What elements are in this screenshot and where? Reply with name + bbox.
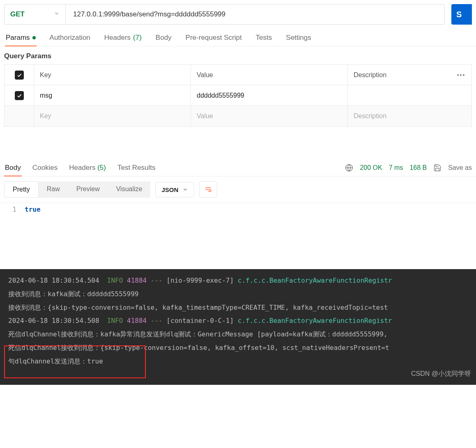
line-number: 1 bbox=[0, 203, 25, 216]
response-content: true bbox=[25, 203, 41, 216]
log-line: 死信dlqChannel接收到消息：{skip-type-conversion=… bbox=[8, 341, 468, 355]
rtab-test-results[interactable]: Test Results bbox=[117, 160, 156, 176]
method-label: GET bbox=[10, 10, 25, 18]
param-value[interactable]: dddddd5555999 bbox=[191, 85, 348, 105]
log-line: 句dlqChannel发送消息：true bbox=[8, 355, 468, 368]
tab-params[interactable]: Params bbox=[5, 31, 37, 46]
view-bar: Pretty Raw Preview Visualize JSON bbox=[0, 176, 476, 198]
param-desc-placeholder[interactable]: Description bbox=[348, 106, 451, 126]
more-icon[interactable]: ••• bbox=[451, 65, 471, 85]
tab-headers[interactable]: Headers (7) bbox=[103, 31, 143, 46]
header-check-cell bbox=[5, 65, 34, 85]
wrap-icon bbox=[204, 186, 213, 193]
row-check-cell bbox=[5, 106, 34, 126]
view-tabs: Pretty Raw Preview Visualize bbox=[4, 181, 150, 198]
param-desc[interactable] bbox=[348, 85, 451, 105]
query-params-label: Query Params bbox=[0, 46, 476, 64]
tab-body[interactable]: Body bbox=[155, 31, 172, 46]
tab-authorization[interactable]: Authorization bbox=[49, 31, 91, 46]
vtab-preview[interactable]: Preview bbox=[68, 181, 108, 198]
header-key: Key bbox=[34, 65, 191, 85]
response-body: 1 true bbox=[0, 203, 476, 216]
row-actions bbox=[451, 106, 471, 126]
url-input[interactable] bbox=[66, 4, 445, 25]
rtab-cookies[interactable]: Cookies bbox=[32, 160, 58, 176]
log-line: 2024-06-18 18:30:54.504 INFO 41884 --- [… bbox=[8, 274, 468, 288]
header-desc: Description bbox=[348, 65, 451, 85]
vtab-pretty[interactable]: Pretty bbox=[4, 181, 39, 198]
status-time: 7 ms bbox=[389, 164, 403, 171]
chevron-down-icon bbox=[182, 187, 188, 192]
http-method-select[interactable]: GET bbox=[4, 4, 66, 25]
row-check-cell bbox=[5, 85, 34, 105]
vtab-visualize[interactable]: Visualize bbox=[108, 181, 151, 198]
log-line: 死信dlqChannel接收到消息：kafka异常消息发送到dlq测试：Gene… bbox=[8, 328, 468, 341]
table-row-empty: Key Value Description bbox=[5, 106, 471, 126]
query-params-table: Key Value Description ••• msg dddddd5555… bbox=[4, 64, 472, 127]
tab-settings[interactable]: Settings bbox=[285, 31, 312, 46]
watermark: CSDN @小沈同学呀 bbox=[411, 367, 471, 381]
log-line: 2024-06-18 18:30:54.508 INFO 41884 --- [… bbox=[8, 314, 468, 328]
table-header-row: Key Value Description ••• bbox=[5, 65, 471, 85]
checkbox-icon[interactable] bbox=[15, 71, 24, 80]
log-line: 接收到消息：kafka测试：dddddd5555999 bbox=[8, 288, 468, 301]
rtab-body[interactable]: Body bbox=[4, 160, 22, 176]
chevron-down-icon bbox=[54, 10, 60, 18]
response-bar: Body Cookies Headers (5) Test Results 20… bbox=[0, 160, 476, 176]
checkbox-icon[interactable] bbox=[15, 91, 24, 100]
status-size: 168 B bbox=[409, 164, 427, 171]
save-as-label[interactable]: Save as bbox=[448, 164, 472, 171]
table-row: msg dddddd5555999 bbox=[5, 85, 471, 106]
row-actions bbox=[451, 85, 471, 105]
param-key-placeholder[interactable]: Key bbox=[34, 106, 191, 126]
vtab-raw[interactable]: Raw bbox=[39, 181, 68, 198]
request-tabs: Params Authorization Headers (7) Body Pr… bbox=[0, 29, 476, 46]
globe-icon bbox=[345, 164, 353, 172]
wrap-lines-button[interactable] bbox=[199, 181, 217, 198]
status-bar: 200 OK 7 ms 168 B Save as bbox=[345, 164, 472, 172]
console-output: 2024-06-18 18:30:54.504 INFO 41884 --- [… bbox=[0, 269, 476, 385]
log-line: 接收到消息：{skip-type-conversion=false, kafka… bbox=[8, 301, 468, 315]
param-key[interactable]: msg bbox=[34, 85, 191, 105]
response-tabs: Body Cookies Headers (5) Test Results bbox=[4, 160, 156, 176]
save-icon[interactable] bbox=[433, 164, 442, 172]
tab-prerequest[interactable]: Pre-request Script bbox=[185, 31, 243, 46]
format-select[interactable]: JSON bbox=[155, 182, 194, 197]
header-value: Value bbox=[191, 65, 348, 85]
send-button[interactable]: S bbox=[451, 4, 472, 25]
request-bar: GET S bbox=[0, 0, 476, 29]
status-code: 200 OK bbox=[360, 164, 382, 171]
tab-tests[interactable]: Tests bbox=[255, 31, 273, 46]
dot-icon bbox=[32, 36, 36, 39]
param-value-placeholder[interactable]: Value bbox=[191, 106, 348, 126]
rtab-headers[interactable]: Headers (5) bbox=[68, 160, 107, 176]
